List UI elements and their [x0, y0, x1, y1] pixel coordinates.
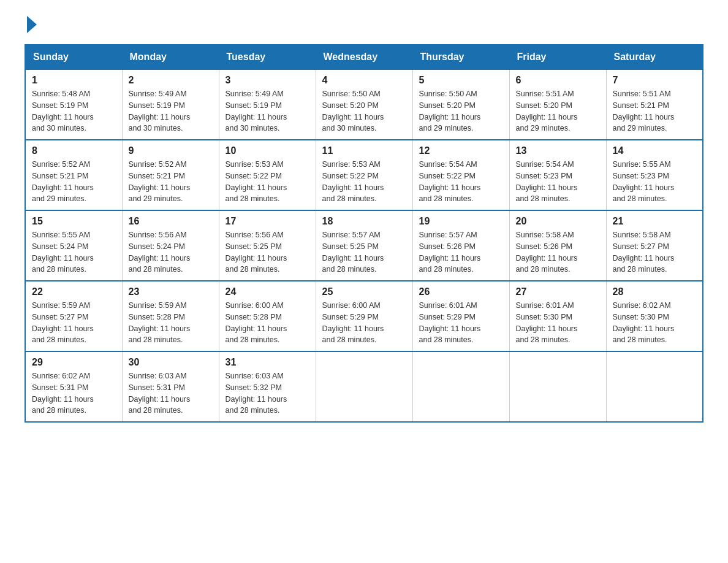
day-number: 1	[32, 75, 116, 86]
day-info: Sunrise: 5:58 AM Sunset: 5:26 PM Dayligh…	[516, 229, 600, 275]
day-number: 28	[613, 286, 697, 297]
day-info: Sunrise: 6:01 AM Sunset: 5:29 PM Dayligh…	[419, 300, 503, 346]
calendar-week-row: 8 Sunrise: 5:52 AM Sunset: 5:21 PM Dayli…	[25, 140, 703, 210]
calendar-cell: 26 Sunrise: 6:01 AM Sunset: 5:29 PM Dayl…	[412, 281, 509, 351]
day-info: Sunrise: 5:56 AM Sunset: 5:25 PM Dayligh…	[226, 229, 309, 275]
calendar-cell: 25 Sunrise: 6:00 AM Sunset: 5:29 PM Dayl…	[316, 281, 412, 351]
calendar-cell: 19 Sunrise: 5:57 AM Sunset: 5:26 PM Dayl…	[412, 210, 509, 281]
day-number: 4	[322, 75, 406, 86]
day-number: 5	[419, 75, 503, 86]
day-info: Sunrise: 5:49 AM Sunset: 5:19 PM Dayligh…	[226, 88, 309, 134]
day-info: Sunrise: 5:51 AM Sunset: 5:20 PM Dayligh…	[516, 88, 600, 134]
day-number: 23	[129, 286, 213, 297]
calendar-cell: 8 Sunrise: 5:52 AM Sunset: 5:21 PM Dayli…	[25, 140, 122, 210]
calendar-table: SundayMondayTuesdayWednesdayThursdayFrid…	[25, 44, 703, 423]
calendar-cell: 5 Sunrise: 5:50 AM Sunset: 5:20 PM Dayli…	[412, 69, 509, 140]
day-number: 25	[322, 286, 406, 297]
calendar-week-row: 22 Sunrise: 5:59 AM Sunset: 5:27 PM Dayl…	[25, 281, 703, 351]
calendar-cell: 10 Sunrise: 5:53 AM Sunset: 5:22 PM Dayl…	[219, 140, 316, 210]
day-number: 10	[226, 145, 309, 156]
day-number: 22	[32, 286, 116, 297]
calendar-cell: 4 Sunrise: 5:50 AM Sunset: 5:20 PM Dayli…	[316, 69, 412, 140]
calendar-week-row: 15 Sunrise: 5:55 AM Sunset: 5:24 PM Dayl…	[25, 210, 703, 281]
day-number: 9	[129, 145, 213, 156]
day-number: 8	[32, 145, 116, 156]
day-number: 16	[129, 216, 213, 227]
calendar-header-wednesday: Wednesday	[316, 45, 412, 69]
day-info: Sunrise: 5:54 AM Sunset: 5:23 PM Dayligh…	[516, 159, 600, 205]
day-info: Sunrise: 5:59 AM Sunset: 5:27 PM Dayligh…	[32, 300, 116, 346]
day-number: 17	[226, 216, 309, 227]
calendar-cell	[509, 351, 606, 422]
calendar-cell: 18 Sunrise: 5:57 AM Sunset: 5:25 PM Dayl…	[316, 210, 412, 281]
calendar-cell: 20 Sunrise: 5:58 AM Sunset: 5:26 PM Dayl…	[509, 210, 606, 281]
calendar-cell: 27 Sunrise: 6:01 AM Sunset: 5:30 PM Dayl…	[509, 281, 606, 351]
calendar-cell	[316, 351, 412, 422]
calendar-cell: 14 Sunrise: 5:55 AM Sunset: 5:23 PM Dayl…	[606, 140, 703, 210]
day-info: Sunrise: 5:55 AM Sunset: 5:23 PM Dayligh…	[613, 159, 697, 205]
day-info: Sunrise: 6:00 AM Sunset: 5:29 PM Dayligh…	[322, 300, 406, 346]
calendar-cell: 7 Sunrise: 5:51 AM Sunset: 5:21 PM Dayli…	[606, 69, 703, 140]
day-number: 19	[419, 216, 503, 227]
day-info: Sunrise: 5:58 AM Sunset: 5:27 PM Dayligh…	[613, 229, 697, 275]
day-number: 20	[516, 216, 600, 227]
day-info: Sunrise: 5:48 AM Sunset: 5:19 PM Dayligh…	[32, 88, 116, 134]
calendar-cell: 29 Sunrise: 6:02 AM Sunset: 5:31 PM Dayl…	[25, 351, 122, 422]
day-info: Sunrise: 5:57 AM Sunset: 5:25 PM Dayligh…	[322, 229, 406, 275]
day-number: 31	[226, 357, 309, 368]
day-number: 29	[32, 357, 116, 368]
day-info: Sunrise: 5:50 AM Sunset: 5:20 PM Dayligh…	[419, 88, 503, 134]
day-info: Sunrise: 5:51 AM Sunset: 5:21 PM Dayligh…	[613, 88, 697, 134]
calendar-cell: 13 Sunrise: 5:54 AM Sunset: 5:23 PM Dayl…	[509, 140, 606, 210]
calendar-header-friday: Friday	[509, 45, 606, 69]
day-number: 15	[32, 216, 116, 227]
logo	[25, 18, 37, 32]
calendar-cell: 1 Sunrise: 5:48 AM Sunset: 5:19 PM Dayli…	[25, 69, 122, 140]
day-info: Sunrise: 6:02 AM Sunset: 5:30 PM Dayligh…	[613, 300, 697, 346]
day-info: Sunrise: 5:53 AM Sunset: 5:22 PM Dayligh…	[226, 159, 309, 205]
calendar-week-row: 1 Sunrise: 5:48 AM Sunset: 5:19 PM Dayli…	[25, 69, 703, 140]
calendar-cell: 30 Sunrise: 6:03 AM Sunset: 5:31 PM Dayl…	[122, 351, 219, 422]
day-number: 3	[226, 75, 309, 86]
calendar-header-row: SundayMondayTuesdayWednesdayThursdayFrid…	[25, 45, 703, 69]
logo-arrow-icon	[27, 16, 37, 33]
calendar-header-tuesday: Tuesday	[219, 45, 316, 69]
calendar-cell: 28 Sunrise: 6:02 AM Sunset: 5:30 PM Dayl…	[606, 281, 703, 351]
day-info: Sunrise: 5:57 AM Sunset: 5:26 PM Dayligh…	[419, 229, 503, 275]
calendar-week-row: 29 Sunrise: 6:02 AM Sunset: 5:31 PM Dayl…	[25, 351, 703, 422]
day-number: 7	[613, 75, 697, 86]
calendar-cell	[412, 351, 509, 422]
day-info: Sunrise: 6:03 AM Sunset: 5:32 PM Dayligh…	[226, 370, 309, 416]
day-info: Sunrise: 5:54 AM Sunset: 5:22 PM Dayligh…	[419, 159, 503, 205]
day-number: 14	[613, 145, 697, 156]
day-info: Sunrise: 5:52 AM Sunset: 5:21 PM Dayligh…	[129, 159, 213, 205]
day-number: 26	[419, 286, 503, 297]
day-info: Sunrise: 5:55 AM Sunset: 5:24 PM Dayligh…	[32, 229, 116, 275]
calendar-cell: 24 Sunrise: 6:00 AM Sunset: 5:28 PM Dayl…	[219, 281, 316, 351]
calendar-cell: 15 Sunrise: 5:55 AM Sunset: 5:24 PM Dayl…	[25, 210, 122, 281]
calendar-cell	[606, 351, 703, 422]
day-number: 27	[516, 286, 600, 297]
day-info: Sunrise: 5:52 AM Sunset: 5:21 PM Dayligh…	[32, 159, 116, 205]
day-number: 30	[129, 357, 213, 368]
calendar-cell: 22 Sunrise: 5:59 AM Sunset: 5:27 PM Dayl…	[25, 281, 122, 351]
day-info: Sunrise: 5:59 AM Sunset: 5:28 PM Dayligh…	[129, 300, 213, 346]
day-number: 21	[613, 216, 697, 227]
day-info: Sunrise: 6:03 AM Sunset: 5:31 PM Dayligh…	[129, 370, 213, 416]
calendar-header-thursday: Thursday	[412, 45, 509, 69]
day-info: Sunrise: 5:49 AM Sunset: 5:19 PM Dayligh…	[129, 88, 213, 134]
calendar-cell: 12 Sunrise: 5:54 AM Sunset: 5:22 PM Dayl…	[412, 140, 509, 210]
calendar-cell: 3 Sunrise: 5:49 AM Sunset: 5:19 PM Dayli…	[219, 69, 316, 140]
calendar-cell: 31 Sunrise: 6:03 AM Sunset: 5:32 PM Dayl…	[219, 351, 316, 422]
day-info: Sunrise: 6:00 AM Sunset: 5:28 PM Dayligh…	[226, 300, 309, 346]
day-info: Sunrise: 5:50 AM Sunset: 5:20 PM Dayligh…	[322, 88, 406, 134]
day-info: Sunrise: 6:01 AM Sunset: 5:30 PM Dayligh…	[516, 300, 600, 346]
day-number: 2	[129, 75, 213, 86]
calendar-cell: 16 Sunrise: 5:56 AM Sunset: 5:24 PM Dayl…	[122, 210, 219, 281]
day-number: 18	[322, 216, 406, 227]
day-number: 12	[419, 145, 503, 156]
day-number: 11	[322, 145, 406, 156]
day-info: Sunrise: 5:53 AM Sunset: 5:22 PM Dayligh…	[322, 159, 406, 205]
calendar-cell: 11 Sunrise: 5:53 AM Sunset: 5:22 PM Dayl…	[316, 140, 412, 210]
page-header	[25, 18, 703, 32]
